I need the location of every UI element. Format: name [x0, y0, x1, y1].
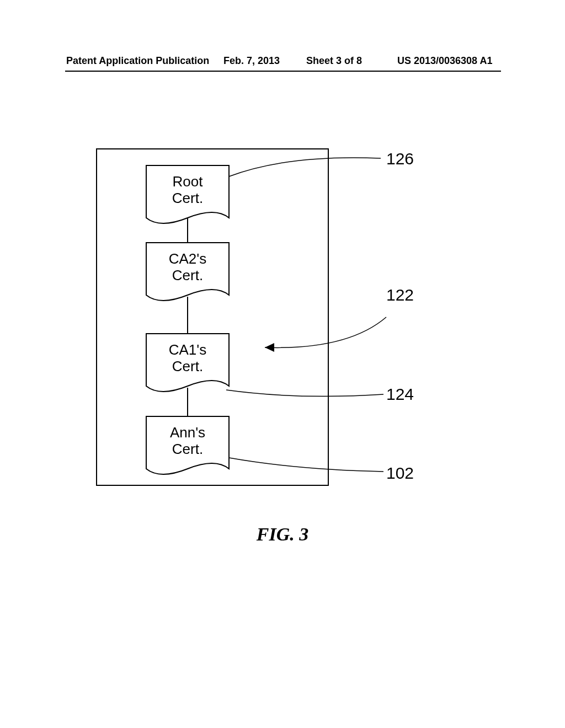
- ca1-cert-line2: Cert.: [172, 358, 203, 374]
- ref-124: 124: [386, 385, 414, 403]
- root-cert: Root Cert.: [146, 165, 229, 223]
- root-cert-line1: Root: [173, 173, 204, 190]
- ca2-cert-line1: CA2's: [169, 250, 207, 267]
- ca1-cert: CA1's Cert.: [146, 334, 229, 392]
- ref-122: 122: [386, 286, 414, 304]
- ref-102: 102: [386, 464, 414, 482]
- leader-126: 126: [229, 149, 414, 176]
- ref-126: 126: [386, 149, 414, 168]
- arrowhead-icon: [265, 343, 274, 352]
- figure-caption: FIG. 3: [0, 524, 565, 545]
- root-cert-line2: Cert.: [172, 190, 203, 206]
- ca1-cert-line1: CA1's: [169, 341, 207, 358]
- ann-cert: Ann's Cert.: [146, 416, 229, 474]
- ca2-cert-line2: Cert.: [172, 267, 203, 283]
- leader-102: 102: [229, 458, 414, 482]
- ca2-cert: CA2's Cert.: [146, 243, 229, 301]
- leader-124: 124: [226, 385, 414, 403]
- ann-cert-line2: Cert.: [172, 441, 203, 457]
- leader-122: 122: [265, 286, 414, 352]
- diagram-svg: Root Cert. CA2's Cert. CA1's Cert. Ann's…: [0, 0, 565, 728]
- ann-cert-line1: Ann's: [170, 424, 205, 441]
